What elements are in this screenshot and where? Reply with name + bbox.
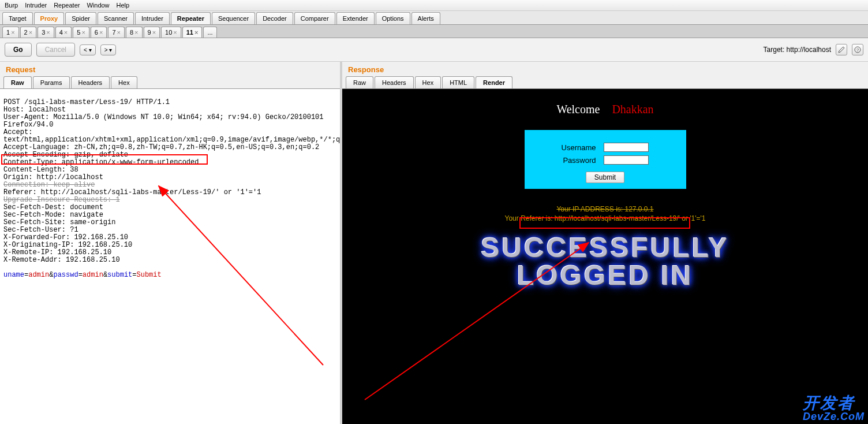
watermark: 开发者 DevZe.CoM [803,395,865,422]
svg-text:?: ? [856,47,859,53]
tab-decoder[interactable]: Decoder [256,12,293,24]
request-headers-pre: POST /sqli-labs-master/Less-19/ HTTP/1.1… [3,98,340,181]
response-tab-hex[interactable]: Hex [415,76,442,88]
request-raw-editor[interactable]: POST /sqli-labs-master/Less-19/ HTTP/1.1… [0,89,340,424]
menu-repeater[interactable]: Repeater [54,2,80,9]
menu-window[interactable]: Window [87,2,109,9]
request-title: Request [0,62,340,76]
tab-target[interactable]: Target [2,12,33,24]
history-next-button[interactable]: > ▾ [100,44,117,55]
request-sub-tabs: Raw Params Headers Hex [0,76,340,89]
tab-intruder[interactable]: Intruder [135,12,170,24]
request-tab-hex[interactable]: Hex [111,76,137,88]
username-input[interactable] [604,143,649,152]
request-tab-raw[interactable]: Raw [3,76,32,88]
session-tab-4[interactable]: 4× [55,27,72,38]
response-sub-tabs: Raw Headers Hex HTML Render [342,76,868,89]
repeater-toolbar: Go Cancel < ▾ > ▾ Target: http://localho… [0,38,868,62]
session-tab-2[interactable]: 2× [20,27,37,38]
session-tab-8[interactable]: 8× [126,27,143,38]
request-headers-post: Sec-Fetch-Dest: document Sec-Fetch-Mode:… [3,203,132,264]
response-tab-headers[interactable]: Headers [375,76,414,88]
tab-options[interactable]: Options [376,12,410,24]
password-input[interactable] [604,155,649,165]
request-tab-headers[interactable]: Headers [71,76,110,88]
tab-extender[interactable]: Extender [336,12,375,24]
tab-spider[interactable]: Spider [65,12,96,24]
session-tab-6[interactable]: 6× [91,27,107,38]
tab-proxy[interactable]: Proxy [34,12,65,24]
success-banner: SUCCESSFULLY LOGGED IN [342,234,868,289]
history-prev-button[interactable]: < ▾ [80,44,96,55]
response-tab-html[interactable]: HTML [442,76,474,88]
go-button[interactable]: Go [5,43,32,57]
request-referer-line: Referer: http://localhost/sqli-labs-mast… [3,188,261,196]
target-label: Target: http://localhost [764,46,831,54]
annotation-box-response [519,217,690,229]
menubar: Burp Intruder Repeater Window Help [0,0,868,11]
cancel-button[interactable]: Cancel [36,43,75,57]
tab-repeater[interactable]: Repeater [171,12,211,24]
session-tab-10[interactable]: 10× [161,27,181,38]
welcome-name: Dhakkan [612,103,653,116]
edit-target-icon[interactable] [836,44,847,55]
response-tab-raw[interactable]: Raw [346,76,373,88]
username-label: Username [558,142,600,153]
request-upgrade-line: Upgrade-Insecure-Requests: 1 [3,196,120,204]
response-tab-render[interactable]: Render [476,76,512,88]
response-render-view: Welcome Dhakkan Username Password Submit… [342,89,868,424]
menu-help[interactable]: Help [117,2,130,9]
ip-address-line: Your IP ADDRESS is: 127.0.0.1 [342,205,868,213]
request-tab-params[interactable]: Params [33,76,70,88]
help-icon[interactable]: ? [852,44,863,55]
request-connection-line: Connection: keep-alive [3,181,95,189]
submit-button[interactable]: Submit [586,172,624,183]
welcome-heading: Welcome Dhakkan [342,89,868,116]
welcome-text: Welcome [556,103,600,116]
tab-scanner[interactable]: Scanner [98,12,134,24]
session-tab-7[interactable]: 7× [108,27,125,38]
response-title: Response [342,62,868,76]
session-tab-11[interactable]: 11× [182,27,203,38]
request-body: uname=admin&passwd=admin&submit=Submit [3,271,162,279]
tab-alerts[interactable]: Alerts [411,12,440,24]
tab-sequencer[interactable]: Sequencer [212,12,255,24]
login-form: Username Password Submit [525,130,686,189]
tab-comparer[interactable]: Comparer [294,12,335,24]
session-tab-5[interactable]: 5× [73,27,89,38]
session-tab-3[interactable]: 3× [38,27,54,38]
repeater-session-tabs: 1× 2× 3× 4× 5× 6× 7× 8× 9× 10× 11× ... [0,25,868,38]
session-tab-1[interactable]: 1× [2,27,19,38]
password-label: Password [558,154,600,166]
menu-burp[interactable]: Burp [5,2,18,9]
session-tab-more[interactable]: ... [203,27,216,38]
request-pane: Request Raw Params Headers Hex POST /sql… [0,62,342,424]
main-tabs: Target Proxy Spider Scanner Intruder Rep… [0,11,868,25]
menu-intruder[interactable]: Intruder [25,2,47,9]
session-tab-9[interactable]: 9× [144,27,160,38]
response-pane: Response Raw Headers Hex HTML Render Wel… [342,62,868,424]
